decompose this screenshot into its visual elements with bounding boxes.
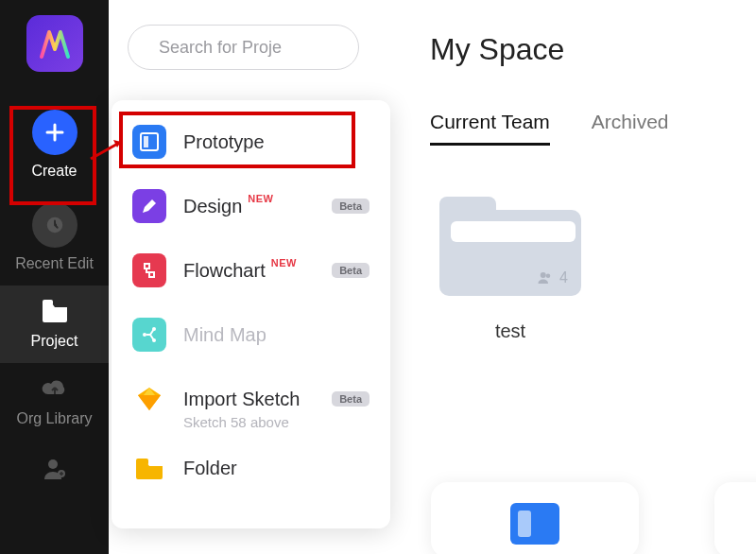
svg-rect-5 [141,133,158,150]
sidebar-item-label: Project [31,333,78,350]
sidebar-item-label: Recent Edit [15,255,94,272]
svg-point-11 [541,272,546,278]
left-sidebar: Create Recent Edit Project Org Library [0,0,109,554]
menu-item-prototype[interactable]: Prototype [112,110,390,174]
new-badge: NEW [271,257,297,268]
create-menu: Prototype Design NEW Beta Flowchart NEW … [112,100,390,528]
new-badge: NEW [248,193,273,204]
mindmap-icon [132,318,166,352]
sidebar-item-create[interactable]: Create [0,100,109,193]
menu-item-design[interactable]: Design NEW Beta [112,174,390,238]
members-icon [537,269,554,286]
design-icon [132,189,166,223]
flowchart-icon [132,253,166,287]
menu-item-label: Flowchart [183,260,266,282]
app-logo[interactable] [26,15,83,72]
beta-badge: Beta [332,199,369,214]
sidebar-item-org-library[interactable]: Org Library [0,363,109,441]
prototype-icon [132,125,166,159]
sketch-icon [132,382,166,416]
tab-archived[interactable]: Archived [592,111,669,146]
menu-item-label: Prototype [183,131,265,153]
menu-item-label: Folder [183,458,237,479]
main-area: My Space Current Team Archived 4 test [392,0,756,554]
logo-icon [36,25,74,62]
menu-item-folder[interactable]: Folder [112,436,390,500]
project-thumbnail-icon [510,503,559,545]
menu-item-label: Mind Map [183,324,266,346]
sidebar-item-project[interactable]: Project [0,286,109,363]
sidebar-item-user[interactable] [0,444,109,505]
folder-icon [132,451,166,485]
project-card-partial[interactable] [714,482,756,554]
search-input-container[interactable] [128,25,359,70]
search-input[interactable] [159,38,378,58]
svg-rect-1 [43,300,53,305]
page-title: My Space [430,32,756,67]
plus-icon [32,110,77,155]
menu-item-mindmap[interactable]: Mind Map [112,303,390,367]
folder-card[interactable]: 4 test [430,197,591,342]
sidebar-item-label: Create [31,163,77,180]
menu-item-label: Design [183,196,242,217]
menu-item-flowchart[interactable]: Flowchart NEW Beta [112,238,390,303]
sidebar-item-recent-edit[interactable]: Recent Edit [0,193,109,286]
menu-item-subtext: Sketch 58 above [112,414,390,430]
folder-member-count: 4 [559,269,568,286]
beta-badge: Beta [332,263,369,278]
svg-rect-6 [144,136,148,147]
menu-item-label: Import Sketch [183,389,300,410]
folder-name: test [495,320,525,342]
clock-icon [32,202,77,248]
tabs: Current Team Archived [430,111,756,146]
project-card[interactable] [431,482,639,554]
svg-point-7 [143,333,146,337]
svg-rect-10 [136,459,148,465]
sidebar-item-label: Org Library [16,410,92,427]
cloud-up-icon [40,372,70,403]
tab-current-team[interactable]: Current Team [430,111,550,146]
folder-thumbnail: 4 [439,197,581,296]
user-add-icon [40,454,70,484]
beta-badge: Beta [332,391,369,407]
folder-icon [40,295,70,325]
svg-point-12 [546,274,551,279]
svg-point-2 [48,459,58,469]
